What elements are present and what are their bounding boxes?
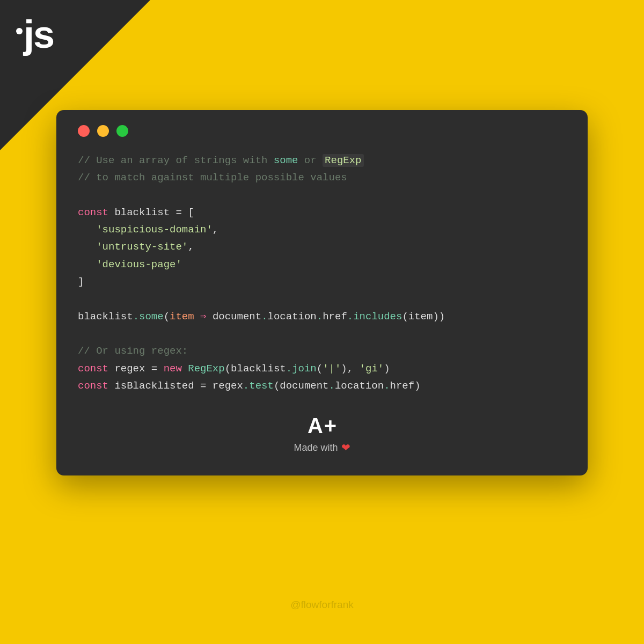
green-dot[interactable]	[116, 125, 128, 137]
string-line-3: 'devious-page'	[78, 256, 566, 273]
yellow-dot[interactable]	[97, 125, 109, 137]
comment-line-2: // to match against multiple possible va…	[78, 169, 566, 186]
code-card: // Use an array of strings with some or …	[56, 110, 588, 475]
blank-2	[78, 290, 566, 308]
aplus-plus: +	[324, 414, 336, 438]
aplus-logo: A+	[308, 414, 336, 438]
const-line: const blacklist = [	[78, 204, 566, 221]
bracket-close: ]	[78, 273, 566, 290]
blank-1	[78, 187, 566, 204]
js-logo-text: js	[24, 13, 54, 56]
string-line-2: 'untrusty-site',	[78, 238, 566, 255]
comment-line-1: // Use an array of strings with some or …	[78, 152, 566, 169]
call-line: blacklist.some(item ⇒ document.location.…	[78, 308, 566, 325]
test-line: const isBlacklisted = regex.test(documen…	[78, 377, 566, 394]
traffic-lights	[78, 125, 566, 137]
js-logo: js	[16, 15, 54, 54]
attribution-text: @flowforfrank	[290, 599, 354, 610]
regex-line: const regex = new RegExp(blacklist.join(…	[78, 360, 566, 377]
blank-3	[78, 325, 566, 342]
comment-line-3: // Or using regex:	[78, 342, 566, 360]
code-block: // Use an array of strings with some or …	[78, 152, 566, 394]
js-dot	[16, 28, 23, 34]
made-with-text: Made with	[294, 442, 338, 453]
red-dot[interactable]	[78, 125, 90, 137]
card-footer: A+ Made with ❤	[78, 414, 566, 454]
heart-icon: ❤	[341, 441, 350, 454]
made-with: Made with ❤	[294, 441, 350, 454]
aplus-letter: A	[308, 414, 323, 438]
string-line-1: 'suspicious-domain',	[78, 221, 566, 238]
attribution: @flowforfrank	[0, 599, 644, 611]
